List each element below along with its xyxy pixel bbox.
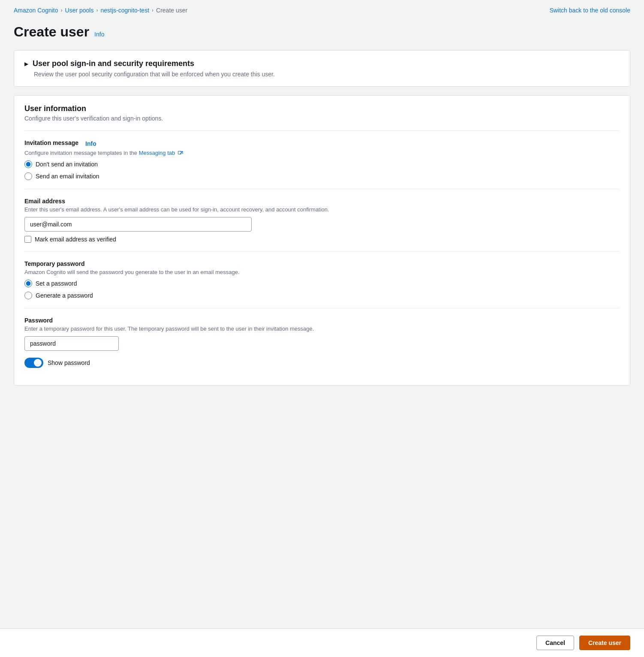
page-header: Create user Info [0, 17, 644, 50]
temporary-password-label: Temporary password [24, 260, 620, 267]
password-field-hint: Enter a temporary password for this user… [24, 325, 620, 332]
page-title: Create user [14, 24, 89, 40]
radio-set-password[interactable]: Set a password [24, 280, 620, 287]
breadcrumb-pool-name[interactable]: nestjs-cognito-test [100, 7, 149, 14]
password-input[interactable] [24, 336, 119, 351]
radio-no-invite-label: Don't send an invitation [36, 161, 98, 168]
security-card: ▶ User pool sign-in and security require… [14, 50, 630, 87]
breadcrumb-sep-3: › [152, 7, 153, 13]
top-bar: Amazon Cognito › User pools › nestjs-cog… [0, 0, 644, 17]
invitation-message-group: Invitation message Info Configure invita… [24, 139, 620, 180]
divider-3 [24, 251, 620, 252]
email-address-group: Email address Enter this user's email ad… [24, 198, 620, 243]
verify-email-checkbox-row[interactable]: Mark email address as verified [24, 236, 620, 243]
radio-email-invite-label: Send an email invitation [36, 173, 99, 180]
divider-1 [24, 130, 620, 131]
breadcrumb-user-pools[interactable]: User pools [65, 7, 94, 14]
radio-set-password-input[interactable] [24, 280, 32, 287]
invitation-info-link[interactable]: Info [85, 140, 96, 147]
page-info-link[interactable]: Info [94, 31, 104, 38]
switch-console-link[interactable]: Switch back to the old console [550, 7, 630, 14]
main-content: ▶ User pool sign-in and security require… [0, 50, 644, 437]
breadcrumb: Amazon Cognito › User pools › nestjs-cog… [14, 7, 187, 14]
show-password-row: Show password [24, 358, 620, 368]
radio-set-password-label: Set a password [36, 280, 77, 287]
security-card-desc: Review the user pool security configurat… [34, 71, 620, 78]
show-password-toggle[interactable] [24, 358, 43, 368]
cancel-button[interactable]: Cancel [536, 636, 574, 650]
invitation-message-label: Invitation message [24, 139, 78, 146]
password-field-group: Password Enter a temporary password for … [24, 317, 620, 368]
external-link-icon [178, 151, 183, 156]
collapse-icon: ▶ [24, 61, 28, 67]
footer-bar: Cancel Create user [0, 628, 644, 657]
temporary-password-group: Temporary password Amazon Cognito will s… [24, 260, 620, 299]
email-address-hint: Enter this user's email address. A user'… [24, 206, 620, 213]
user-info-title: User information [24, 104, 620, 113]
radio-email-invite-input[interactable] [24, 172, 32, 180]
invitation-radio-group: Don't send an invitation Send an email i… [24, 160, 620, 180]
radio-email-invite[interactable]: Send an email invitation [24, 172, 620, 180]
security-card-header[interactable]: ▶ User pool sign-in and security require… [24, 59, 620, 68]
email-input[interactable] [24, 217, 252, 232]
show-password-label: Show password [48, 359, 90, 366]
security-card-title: User pool sign-in and security requireme… [33, 59, 194, 68]
breadcrumb-sep-1: › [61, 7, 63, 13]
radio-generate-password-input[interactable] [24, 292, 32, 299]
user-info-card: User information Configure this user's v… [14, 95, 630, 386]
breadcrumb-sep-2: › [96, 7, 98, 13]
temporary-password-hint: Amazon Cognito will send the password yo… [24, 269, 620, 275]
password-field-label: Password [24, 317, 620, 324]
user-info-desc: Configure this user's verification and s… [24, 115, 620, 122]
breadcrumb-current: Create user [156, 7, 187, 14]
radio-generate-password[interactable]: Generate a password [24, 292, 620, 299]
breadcrumb-amazon-cognito[interactable]: Amazon Cognito [14, 7, 58, 14]
verify-email-label: Mark email address as verified [35, 236, 116, 243]
messaging-tab-link[interactable]: Messaging tab [139, 150, 175, 156]
create-user-button[interactable]: Create user [579, 636, 630, 650]
divider-4 [24, 308, 620, 308]
divider-2 [24, 189, 620, 189]
email-address-label: Email address [24, 198, 620, 205]
toggle-slider [24, 358, 43, 368]
radio-no-invite[interactable]: Don't send an invitation [24, 160, 620, 168]
invitation-message-hint: Configure invitation message templates i… [24, 150, 620, 156]
radio-no-invite-input[interactable] [24, 160, 32, 168]
password-radio-group: Set a password Generate a password [24, 280, 620, 299]
verify-email-checkbox[interactable] [24, 236, 31, 243]
radio-generate-password-label: Generate a password [36, 292, 93, 299]
page-wrapper: Amazon Cognito › User pools › nestjs-cog… [0, 0, 644, 437]
